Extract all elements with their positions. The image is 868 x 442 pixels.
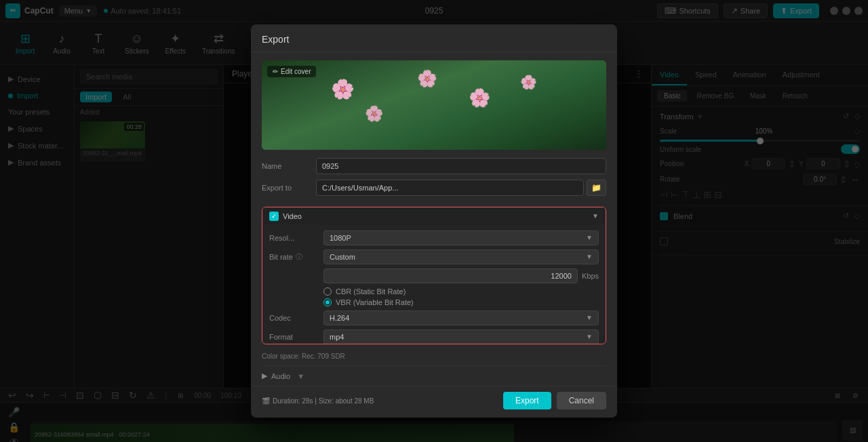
- export-to-row: Export to 📁: [262, 180, 606, 196]
- film-icon: 🎬: [262, 397, 270, 405]
- flower-3: 🌸: [469, 87, 490, 108]
- codec-row: Codec H.264 ▼: [269, 310, 599, 325]
- bitrate-number-input[interactable]: [323, 268, 578, 283]
- duration-info: 🎬 Duration: 28s | Size: about 28 MB: [262, 397, 374, 405]
- flower-1: 🌸: [331, 78, 355, 100]
- resolution-select[interactable]: 1080P ▼: [323, 230, 599, 245]
- codec-select[interactable]: H.264 ▼: [323, 310, 599, 325]
- color-space-label: Color space: Rec. 709 SDR: [262, 353, 606, 360]
- modal-overlay[interactable]: Export 🌸 🌸 🌸 🌸 🌸 ✏ Edit cover: [0, 0, 868, 442]
- cbr-radio-circle: [323, 287, 332, 296]
- audio-section: ▶ Audio ▼: [262, 365, 606, 380]
- format-label: Format: [269, 333, 323, 341]
- folder-button[interactable]: 📁: [587, 180, 606, 196]
- bitrate-label: Bit rate ⓘ: [269, 252, 323, 262]
- resolution-arrow-icon: ▼: [586, 234, 593, 241]
- name-input[interactable]: [316, 158, 606, 174]
- bitrate-row: Bit rate ⓘ Custom ▼: [269, 249, 599, 264]
- cover-preview-area: 🌸 🌸 🌸 🌸 🌸 ✏ Edit cover: [262, 60, 606, 150]
- video-section: ✓ Video ▼ Resol... 1080P ▼: [262, 207, 606, 344]
- folder-icon: 📁: [591, 183, 601, 193]
- format-arrow-icon: ▼: [586, 333, 593, 340]
- modal-footer: 🎬 Duration: 28s | Size: about 28 MB Expo…: [251, 386, 617, 418]
- audio-header[interactable]: ▶ Audio ▼: [262, 371, 606, 380]
- kbps-label: Kbps: [582, 272, 599, 280]
- modal-header: Export: [251, 24, 617, 52]
- bitrate-arrow-icon: ▼: [586, 253, 593, 260]
- flower-2: 🌸: [417, 69, 437, 88]
- modal-cancel-button[interactable]: Cancel: [557, 392, 606, 409]
- resolution-row: Resol... 1080P ▼: [269, 230, 599, 245]
- vbr-radio[interactable]: VBR (Variable Bit Rate): [323, 298, 599, 306]
- codec-arrow-icon: ▼: [586, 314, 593, 321]
- info-icon: ⓘ: [296, 252, 302, 262]
- format-select[interactable]: mp4 ▼: [323, 329, 599, 344]
- video-checkbox[interactable]: ✓: [269, 212, 279, 221]
- name-label: Name: [262, 162, 316, 170]
- edit-cover-button[interactable]: ✏ Edit cover: [267, 66, 316, 77]
- format-row: Format mp4 ▼: [269, 329, 599, 344]
- vbr-radio-circle: [323, 298, 332, 306]
- modal-export-button[interactable]: Export: [503, 392, 551, 409]
- resolution-label: Resol...: [269, 234, 323, 242]
- flower-5: 🌸: [520, 74, 537, 90]
- audio-expand-icon: ▶: [262, 371, 267, 380]
- video-fields: Resol... 1080P ▼ Bit rate ⓘ Cust: [262, 225, 606, 344]
- cbr-radio[interactable]: CBR (Static Bit Rate): [323, 287, 599, 296]
- flower-4: 🌸: [365, 105, 383, 123]
- bitrate-select[interactable]: Custom ▼: [323, 249, 599, 264]
- edit-icon: ✏: [273, 68, 278, 75]
- video-section-label: Video: [283, 212, 302, 220]
- export-to-input[interactable]: [316, 180, 584, 196]
- bitrate-radio-group: CBR (Static Bit Rate) VBR (Variable Bit …: [269, 287, 599, 306]
- video-section-header: ✓ Video ▼: [262, 207, 606, 225]
- export-modal: Export 🌸 🌸 🌸 🌸 🌸 ✏ Edit cover: [251, 24, 617, 418]
- bitrate-number-row: Kbps: [269, 268, 599, 283]
- codec-label: Codec: [269, 314, 323, 322]
- audio-chevron-icon: ▼: [297, 372, 304, 380]
- footer-buttons: Export Cancel: [503, 392, 606, 409]
- video-expand-icon[interactable]: ▼: [592, 212, 599, 220]
- export-to-label: Export to: [262, 184, 316, 192]
- modal-fields: Name Export to 📁: [251, 158, 617, 207]
- modal-body: 🌸 🌸 🌸 🌸 🌸 ✏ Edit cover Name: [251, 52, 617, 386]
- name-row: Name: [262, 158, 606, 174]
